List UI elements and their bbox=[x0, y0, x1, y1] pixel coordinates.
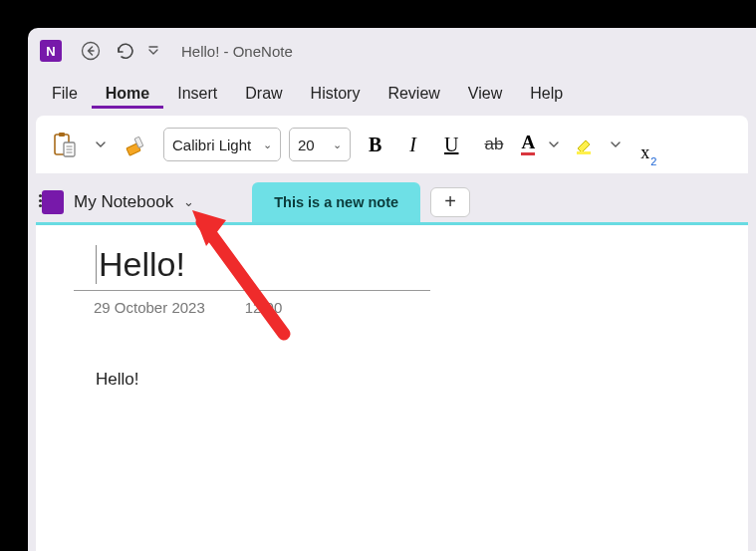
format-painter-icon bbox=[124, 132, 149, 157]
title-bar: N Hello! - OneNote bbox=[28, 28, 756, 74]
bold-button[interactable]: B bbox=[359, 126, 391, 163]
page-time: 12:00 bbox=[245, 299, 283, 316]
notebook-picker[interactable]: My Notebook ⌄ bbox=[36, 181, 204, 222]
subscript-2: 2 bbox=[650, 155, 656, 167]
paste-dropdown[interactable] bbox=[92, 138, 110, 150]
chevron-down-icon bbox=[549, 140, 559, 148]
title-sep: - bbox=[219, 43, 232, 60]
app-window: N Hello! - OneNote File Home Insert Draw bbox=[28, 28, 756, 551]
page-body-text[interactable]: Hello! bbox=[96, 370, 748, 390]
onenote-app-icon: N bbox=[40, 40, 62, 62]
font-name-select[interactable]: Calibri Light ⌄ bbox=[163, 128, 281, 161]
font-color-button[interactable]: A bbox=[519, 126, 537, 163]
chevron-down-icon bbox=[611, 140, 621, 148]
underline-button[interactable]: U bbox=[434, 126, 468, 163]
format-painter-button[interactable] bbox=[118, 126, 155, 163]
menu-insert[interactable]: Insert bbox=[163, 79, 231, 109]
clipboard-paste-icon bbox=[52, 131, 78, 158]
menu-bar: File Home Insert Draw History Review Vie… bbox=[28, 74, 756, 114]
font-name-value: Calibri Light bbox=[172, 137, 251, 153]
highlight-button[interactable] bbox=[571, 126, 599, 163]
font-size-select[interactable]: 20 ⌄ bbox=[289, 128, 351, 161]
menu-review[interactable]: Review bbox=[374, 79, 453, 109]
chevron-down-icon: ⌄ bbox=[333, 138, 342, 151]
menu-home[interactable]: Home bbox=[92, 79, 163, 109]
highlight-dropdown[interactable] bbox=[607, 138, 625, 150]
undo-icon bbox=[114, 41, 135, 61]
page-canvas[interactable]: Hello! 29 October 2023 12:00 Hello! bbox=[36, 225, 748, 551]
italic-button[interactable]: I bbox=[399, 126, 426, 163]
title-document: Hello! bbox=[181, 43, 219, 60]
chevron-down-icon: ⌄ bbox=[183, 194, 194, 209]
chevron-down-icon bbox=[147, 45, 159, 57]
menu-file[interactable]: File bbox=[38, 79, 92, 109]
page-meta: 29 October 2023 12:00 bbox=[94, 299, 748, 316]
undo-button[interactable] bbox=[110, 36, 139, 66]
ribbon: Calibri Light ⌄ 20 ⌄ B I U ab A bbox=[36, 116, 748, 173]
svg-rect-2 bbox=[59, 133, 65, 137]
tab-strip: My Notebook ⌄ This is a new note + bbox=[36, 181, 748, 225]
svg-rect-9 bbox=[577, 151, 591, 154]
page-tab-active[interactable]: This is a new note bbox=[252, 182, 420, 222]
title-app: OneNote bbox=[233, 43, 293, 60]
subscript-button[interactable]: x 2 bbox=[632, 126, 664, 163]
menu-draw[interactable]: Draw bbox=[231, 79, 296, 109]
menu-history[interactable]: History bbox=[297, 79, 375, 109]
menu-view[interactable]: View bbox=[454, 79, 516, 109]
font-color-glyph: A bbox=[521, 134, 535, 155]
back-arrow-icon bbox=[81, 41, 101, 61]
add-page-button[interactable]: + bbox=[430, 187, 470, 217]
chevron-down-icon: ⌄ bbox=[263, 138, 272, 151]
highlight-icon bbox=[573, 133, 597, 156]
back-button[interactable] bbox=[76, 36, 106, 66]
page-title[interactable]: Hello! bbox=[96, 245, 454, 284]
font-size-value: 20 bbox=[298, 137, 315, 153]
qat-customize-button[interactable] bbox=[143, 36, 163, 66]
notebook-icon bbox=[42, 190, 64, 214]
strikethrough-button[interactable]: ab bbox=[476, 126, 511, 163]
window-title: Hello! - OneNote bbox=[181, 43, 293, 60]
subscript-x: x bbox=[640, 142, 649, 163]
chevron-down-icon bbox=[96, 140, 106, 148]
notebook-name: My Notebook bbox=[74, 192, 173, 212]
menu-help[interactable]: Help bbox=[516, 79, 577, 109]
paste-button[interactable] bbox=[46, 126, 84, 163]
page-date: 29 October 2023 bbox=[94, 299, 205, 316]
title-underline bbox=[74, 290, 430, 291]
font-color-dropdown[interactable] bbox=[545, 138, 563, 150]
